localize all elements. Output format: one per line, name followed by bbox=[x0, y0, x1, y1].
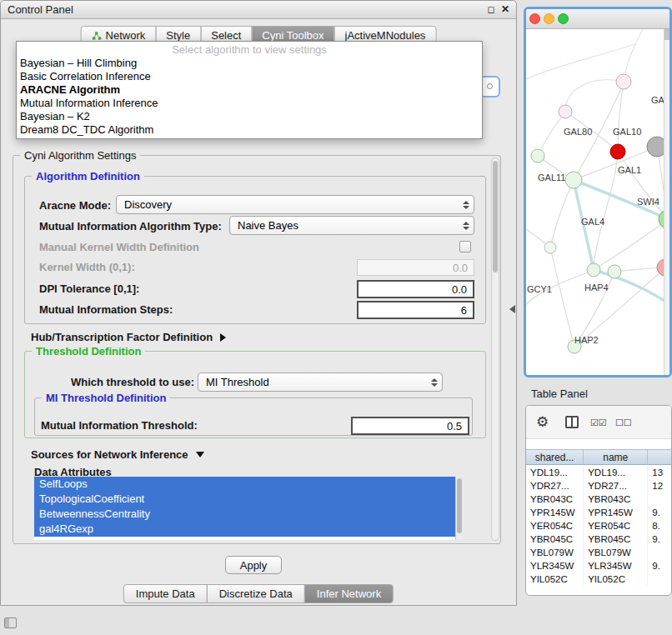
column-header-name[interactable]: name bbox=[584, 450, 648, 464]
table-cell: YBR043C bbox=[584, 492, 648, 506]
network-window-titlebar[interactable] bbox=[526, 9, 669, 29]
control-panel-titlebar[interactable]: Control Panel ◻ ✕ bbox=[1, 1, 516, 19]
manual-kernel-checkbox[interactable] bbox=[459, 241, 471, 252]
table-row[interactable]: YBR043CYBR043C bbox=[526, 492, 671, 506]
select-all-checks-icon[interactable]: ☑☑ bbox=[590, 418, 607, 428]
threshold-definition-title: Threshold Definition bbox=[32, 345, 145, 358]
network-scrollbar-thumb[interactable] bbox=[664, 29, 669, 40]
algorithm-option[interactable]: Bayesian – K2 bbox=[17, 110, 482, 123]
which-threshold-value: MI Threshold bbox=[206, 376, 269, 388]
node-label: HAP4 bbox=[584, 282, 609, 292]
network-node[interactable] bbox=[587, 263, 600, 277]
sources-section-toggle[interactable]: Sources for Network Inference bbox=[31, 448, 204, 461]
settings-group-title: Cyni Algorithm Settings bbox=[20, 149, 140, 162]
attribute-item[interactable]: SelfLoops bbox=[34, 477, 455, 492]
which-threshold-select[interactable]: MI Threshold bbox=[198, 372, 443, 392]
network-edge[interactable] bbox=[565, 80, 624, 112]
network-edge[interactable] bbox=[550, 180, 574, 248]
table-row[interactable]: YBR045CYBR045C9. bbox=[526, 532, 671, 546]
network-canvas[interactable]: GALGAL80GAL10GAL11GAL1SWI4GAL4GCY1HAP4HA… bbox=[526, 29, 669, 378]
close-icon[interactable]: ✕ bbox=[499, 2, 512, 16]
settings-scrollbar[interactable] bbox=[491, 158, 499, 541]
deselect-all-checks-icon[interactable]: ☐☐ bbox=[615, 418, 632, 428]
network-edge[interactable] bbox=[594, 152, 618, 270]
mi-threshold-field[interactable]: 0.5 bbox=[351, 417, 469, 435]
algorithm-option[interactable]: Mutual Information Inference bbox=[17, 97, 482, 110]
minimize-traffic-light[interactable] bbox=[544, 13, 554, 24]
algorithm-option[interactable]: Dream8 DC_TDC Algorithm bbox=[17, 123, 482, 137]
table-cell: YDR27... bbox=[526, 479, 584, 492]
table-row[interactable]: YLR345WYLR345W9. bbox=[526, 559, 671, 572]
table-row[interactable]: YDL19...YDL19...13 bbox=[526, 466, 671, 479]
dpi-tolerance-field[interactable]: 0.0 bbox=[357, 280, 474, 298]
dpi-tolerance-label: DPI Tolerance [0,1]: bbox=[39, 282, 139, 295]
attributes-scrollbar[interactable] bbox=[455, 477, 463, 540]
collapse-panel-arrow-icon[interactable] bbox=[509, 305, 515, 313]
control-panel-window: Control Panel ◻ ✕ Network Style Select C… bbox=[0, 0, 517, 606]
network-edge[interactable] bbox=[538, 112, 565, 156]
tab-infer-network[interactable]: Infer Network bbox=[304, 584, 394, 603]
network-node[interactable] bbox=[544, 242, 556, 253]
minimize-icon[interactable]: ◻ bbox=[484, 2, 498, 16]
table-cell: YIL052C bbox=[584, 572, 648, 586]
hub-section-toggle[interactable]: Hub/Transcription Factor Definition bbox=[31, 331, 226, 343]
panel-toggle-icon[interactable] bbox=[4, 618, 17, 628]
mi-steps-value: 6 bbox=[461, 304, 467, 317]
node-label: GAL1 bbox=[618, 165, 641, 175]
network-node[interactable] bbox=[531, 149, 544, 162]
expand-icon bbox=[220, 333, 226, 342]
algorithm-option[interactable]: ARACNE Algorithm bbox=[17, 83, 482, 97]
which-threshold-label: Which threshold to use: bbox=[71, 376, 194, 388]
tab-label: Select bbox=[211, 29, 241, 42]
node-label: GAL80 bbox=[564, 127, 592, 137]
network-edge[interactable] bbox=[618, 82, 624, 152]
column-header-shared-name[interactable]: shared... bbox=[526, 450, 584, 464]
columns-icon[interactable] bbox=[565, 416, 579, 428]
apply-button[interactable]: Apply bbox=[225, 556, 282, 574]
table-cell bbox=[648, 546, 671, 559]
network-node[interactable] bbox=[616, 74, 631, 89]
aracne-mode-select[interactable]: Discovery bbox=[116, 195, 474, 214]
node-label: SWI4 bbox=[637, 197, 659, 207]
column-header-cut[interactable] bbox=[648, 450, 671, 464]
tab-impute-data[interactable]: Impute Data bbox=[123, 584, 208, 603]
table-row[interactable]: YDR27...YDR27...12 bbox=[526, 479, 671, 492]
network-edge[interactable] bbox=[550, 248, 574, 347]
data-attributes-list[interactable]: SelfLoopsTopologicalCoefficientBetweenne… bbox=[34, 477, 463, 540]
network-edge[interactable] bbox=[526, 44, 634, 79]
network-node[interactable] bbox=[610, 144, 625, 159]
table-cell bbox=[648, 572, 671, 586]
network-node[interactable] bbox=[565, 172, 582, 188]
close-traffic-light[interactable] bbox=[529, 13, 540, 24]
network-scrollbar[interactable] bbox=[664, 29, 669, 375]
table-row[interactable]: YER054CYER054C8. bbox=[526, 519, 671, 532]
zoom-traffic-light[interactable] bbox=[558, 13, 569, 24]
attributes-scrollbar-thumb[interactable] bbox=[457, 478, 462, 533]
table-row[interactable]: YIL052CYIL052C bbox=[526, 572, 671, 586]
attribute-item[interactable]: TopologicalCoefficient bbox=[34, 492, 455, 507]
network-edge[interactable] bbox=[594, 219, 668, 270]
settings-scrollbar-thumb[interactable] bbox=[493, 161, 498, 272]
network-node[interactable] bbox=[608, 265, 621, 278]
gear-icon[interactable]: ⚙ bbox=[536, 413, 549, 431]
network-node[interactable] bbox=[559, 105, 572, 118]
algorithm-definition-title: Algorithm Definition bbox=[32, 170, 144, 182]
table-cell: 8. bbox=[648, 519, 671, 532]
tab-discretize-data[interactable]: Discretize Data bbox=[207, 584, 305, 603]
mi-steps-field[interactable]: 6 bbox=[357, 301, 474, 319]
network-icon bbox=[92, 31, 102, 41]
mi-type-value: Naive Bayes bbox=[238, 219, 298, 232]
collapse-icon bbox=[196, 452, 204, 458]
table-cell: YBL079W bbox=[526, 546, 584, 559]
table-panel-window: ⚙ ☑☑ ☐☐ shared... name YDL19...YDL19...1… bbox=[525, 405, 672, 596]
kernel-width-field[interactable]: 0.0 bbox=[357, 259, 474, 276]
attribute-item[interactable]: BetweennessCentrality bbox=[34, 507, 455, 522]
network-canvas-area[interactable]: GALGAL80GAL10GAL11GAL1SWI4GAL4GCY1HAP4HA… bbox=[526, 29, 669, 378]
table-row[interactable]: YBL079WYBL079W bbox=[526, 546, 671, 559]
attribute-item[interactable]: gal4RGexp bbox=[34, 522, 455, 537]
algorithm-option[interactable]: Basic Correlation Inference bbox=[17, 70, 482, 83]
network-edge[interactable] bbox=[624, 29, 643, 82]
algorithm-option[interactable]: Bayesian – Hill Climbing bbox=[17, 57, 482, 70]
table-row[interactable]: YPR145WYPR145W9. bbox=[526, 506, 671, 519]
mi-type-select[interactable]: Naive Bayes bbox=[229, 216, 474, 235]
